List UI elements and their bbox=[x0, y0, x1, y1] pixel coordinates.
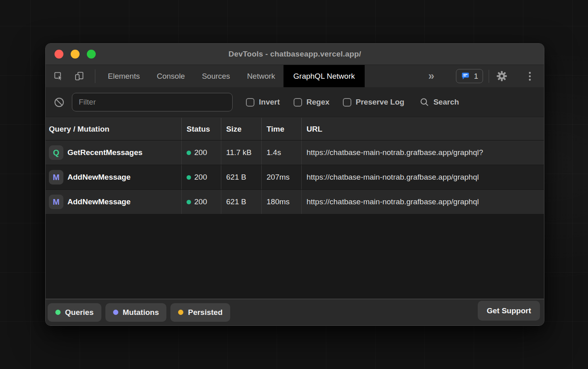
settings-button[interactable] bbox=[496, 70, 508, 82]
more-tabs-chevron-icon[interactable]: » bbox=[428, 71, 434, 82]
response-size: 621 B bbox=[226, 197, 246, 206]
close-button[interactable] bbox=[55, 50, 63, 59]
message-count: 1 bbox=[474, 72, 478, 81]
panel-tabs: Elements Console Sources Network GraphQL… bbox=[99, 65, 365, 87]
devtools-window: DevTools - chatbaseapp.vercel.app/ Eleme… bbox=[45, 43, 544, 326]
tabbar-right-divider bbox=[489, 70, 489, 83]
issues-message-badge[interactable]: 1 bbox=[456, 69, 483, 83]
response-time: 207ms bbox=[267, 173, 290, 182]
devtools-tabbar: Elements Console Sources Network GraphQL… bbox=[46, 65, 544, 87]
request-url: https://chatbase-main-notrab.grafbase.ap… bbox=[307, 148, 483, 157]
clear-log-button[interactable] bbox=[53, 96, 65, 108]
inspect-element-button[interactable] bbox=[52, 70, 64, 82]
invert-checkbox[interactable] bbox=[246, 98, 254, 107]
traffic-lights bbox=[55, 50, 96, 59]
status-ok-dot bbox=[187, 151, 191, 155]
column-header-size: Size bbox=[221, 118, 261, 140]
invert-checkbox-group: Invert bbox=[246, 98, 280, 107]
inspect-cursor-icon bbox=[53, 71, 63, 81]
zoom-button[interactable] bbox=[87, 50, 96, 59]
response-time: 1.4s bbox=[267, 148, 281, 157]
mutations-label: Mutations bbox=[123, 308, 159, 317]
tab-graphql-network[interactable]: GraphQL Network bbox=[284, 65, 364, 87]
mutations-legend-button[interactable]: Mutations bbox=[105, 303, 167, 322]
kebab-menu-icon bbox=[525, 71, 534, 82]
tab-elements[interactable]: Elements bbox=[99, 65, 148, 87]
persisted-legend-button[interactable]: Persisted bbox=[170, 303, 230, 322]
search-label: Search bbox=[433, 98, 459, 107]
regex-checkbox-group: Regex bbox=[294, 98, 330, 107]
mutations-dot-icon bbox=[113, 310, 118, 315]
response-size: 11.7 kB bbox=[226, 148, 252, 157]
search-button[interactable]: Search bbox=[420, 97, 459, 107]
filter-input[interactable] bbox=[72, 93, 233, 111]
table-empty-area bbox=[46, 214, 544, 299]
operation-name: AddNewMessage bbox=[67, 197, 130, 206]
graphql-requests-table: Query / Mutation Status Size Time URL Q … bbox=[46, 117, 544, 299]
search-icon bbox=[420, 97, 429, 107]
get-support-label: Get Support bbox=[487, 306, 531, 315]
status-ok-dot bbox=[187, 200, 191, 204]
footer-bar: Queries Mutations Persisted Get Support bbox=[46, 299, 544, 325]
table-header-row: Query / Mutation Status Size Time URL bbox=[46, 117, 544, 140]
chat-bubble-icon bbox=[461, 71, 470, 81]
column-header-time: Time bbox=[261, 118, 301, 140]
gear-icon bbox=[496, 71, 507, 82]
invert-label: Invert bbox=[259, 98, 280, 107]
status-code: 200 bbox=[194, 148, 207, 157]
tab-network[interactable]: Network bbox=[239, 65, 284, 87]
response-size: 621 B bbox=[226, 173, 246, 182]
window-title: DevTools - chatbaseapp.vercel.app/ bbox=[46, 50, 544, 59]
tab-sources[interactable]: Sources bbox=[193, 65, 239, 87]
get-support-button[interactable]: Get Support bbox=[478, 301, 540, 321]
table-row[interactable]: Q GetRecentMessages 200 11.7 kB 1.4s htt… bbox=[46, 140, 544, 165]
status-code: 200 bbox=[194, 197, 207, 206]
titlebar: DevTools - chatbaseapp.vercel.app/ bbox=[46, 44, 544, 65]
minimize-button[interactable] bbox=[71, 50, 80, 59]
ban-icon bbox=[54, 97, 65, 108]
response-time: 180ms bbox=[267, 197, 290, 206]
regex-checkbox[interactable] bbox=[294, 98, 302, 107]
device-toolbar-button[interactable] bbox=[73, 70, 85, 82]
tabbar-divider bbox=[95, 69, 95, 83]
request-url: https://chatbase-main-notrab.grafbase.ap… bbox=[307, 173, 479, 182]
preserve-log-checkbox-group: Preserve Log bbox=[343, 98, 404, 107]
tabbar-right-cluster: » 1 bbox=[428, 69, 536, 83]
operation-name: AddNewMessage bbox=[67, 173, 130, 182]
queries-legend-button[interactable]: Queries bbox=[48, 303, 101, 322]
queries-dot-icon bbox=[55, 310, 61, 315]
operation-name: GetRecentMessages bbox=[67, 148, 143, 157]
queries-label: Queries bbox=[65, 308, 94, 317]
status-code: 200 bbox=[194, 173, 207, 182]
column-header-url: URL bbox=[301, 118, 544, 140]
mutation-badge: M bbox=[49, 195, 63, 209]
more-options-button[interactable] bbox=[524, 70, 536, 82]
column-header-query-mutation: Query / Mutation bbox=[46, 118, 181, 140]
request-url: https://chatbase-main-notrab.grafbase.ap… bbox=[307, 197, 479, 206]
tab-console[interactable]: Console bbox=[148, 65, 193, 87]
table-row[interactable]: M AddNewMessage 200 621 B 207ms https://… bbox=[46, 165, 544, 190]
query-badge: Q bbox=[49, 145, 63, 160]
device-toolbar-icon bbox=[74, 71, 84, 81]
persisted-label: Persisted bbox=[188, 308, 223, 317]
table-row[interactable]: M AddNewMessage 200 621 B 180ms https://… bbox=[46, 190, 544, 214]
preserve-log-checkbox[interactable] bbox=[343, 98, 351, 107]
column-header-status: Status bbox=[181, 118, 221, 140]
status-ok-dot bbox=[187, 175, 191, 180]
persisted-dot-icon bbox=[178, 310, 183, 315]
network-filter-toolbar: Invert Regex Preserve Log Search bbox=[46, 87, 544, 117]
mutation-badge: M bbox=[49, 170, 63, 184]
regex-label: Regex bbox=[307, 98, 330, 107]
preserve-log-label: Preserve Log bbox=[356, 98, 404, 107]
